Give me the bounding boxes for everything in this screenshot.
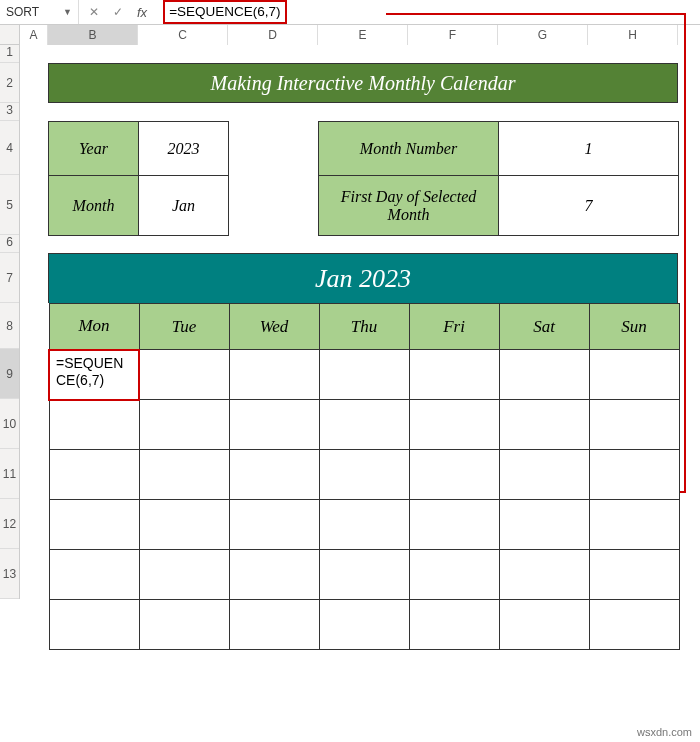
cell[interactable]	[139, 600, 229, 650]
calendar-day-headers: Mon Tue Wed Thu Fri Sat Sun	[49, 304, 679, 350]
table-row: =SEQUENCE(6,7)	[49, 350, 679, 400]
firstday-label: First Day of Selected Month	[319, 176, 499, 236]
month-value[interactable]: Jan	[139, 176, 229, 236]
col-header-B[interactable]: B	[48, 25, 138, 45]
cell[interactable]	[49, 450, 139, 500]
cell[interactable]	[409, 500, 499, 550]
day-fri: Fri	[409, 304, 499, 350]
day-wed: Wed	[229, 304, 319, 350]
cell[interactable]	[409, 400, 499, 450]
cell[interactable]	[49, 500, 139, 550]
spreadsheet-grid: A B C D E F G H 1 2 3 4 5 6 7 8 9 10 11 …	[0, 25, 700, 742]
cell[interactable]	[139, 400, 229, 450]
cell[interactable]	[499, 600, 589, 650]
day-thu: Thu	[319, 304, 409, 350]
fx-icon[interactable]: fx	[137, 5, 147, 20]
cell[interactable]	[499, 450, 589, 500]
table-row	[49, 400, 679, 450]
row-header-2[interactable]: 2	[0, 63, 19, 103]
cell[interactable]	[139, 350, 229, 400]
row-header-8[interactable]: 8	[0, 303, 19, 349]
col-header-E[interactable]: E	[318, 25, 408, 45]
page-title: Making Interactive Monthly Calendar	[48, 63, 678, 103]
cell[interactable]	[229, 600, 319, 650]
cell[interactable]	[229, 550, 319, 600]
monthnum-label: Month Number	[319, 122, 499, 176]
info-table-left: Year 2023 Month Jan	[48, 121, 229, 236]
cell[interactable]	[589, 550, 679, 600]
calendar-title: Jan 2023	[48, 253, 678, 303]
month-label: Month	[49, 176, 139, 236]
col-header-D[interactable]: D	[228, 25, 318, 45]
col-header-C[interactable]: C	[138, 25, 228, 45]
cell[interactable]	[139, 500, 229, 550]
cell[interactable]	[319, 600, 409, 650]
column-headers: A B C D E F G H	[0, 25, 700, 45]
cell[interactable]	[499, 350, 589, 400]
cell[interactable]	[589, 350, 679, 400]
chevron-down-icon[interactable]: ▼	[63, 7, 72, 17]
cell[interactable]	[319, 400, 409, 450]
cell[interactable]	[229, 450, 319, 500]
cell[interactable]	[49, 400, 139, 450]
table-row	[49, 550, 679, 600]
cell[interactable]	[589, 600, 679, 650]
col-header-G[interactable]: G	[498, 25, 588, 45]
row-header-12[interactable]: 12	[0, 499, 19, 549]
formula-bar-icons: ✕ ✓ fx	[79, 5, 157, 20]
col-header-H[interactable]: H	[588, 25, 678, 45]
year-value[interactable]: 2023	[139, 122, 229, 176]
cell[interactable]	[229, 350, 319, 400]
col-header-F[interactable]: F	[408, 25, 498, 45]
cancel-icon[interactable]: ✕	[89, 5, 99, 19]
formula-highlight: =SEQUENCE(6,7)	[163, 0, 286, 24]
cell[interactable]	[229, 400, 319, 450]
cell[interactable]	[139, 550, 229, 600]
monthnum-value[interactable]: 1	[499, 122, 679, 176]
name-box-value: SORT	[6, 5, 39, 19]
cell[interactable]	[589, 450, 679, 500]
row-header-1[interactable]: 1	[0, 45, 19, 63]
calendar-table: Mon Tue Wed Thu Fri Sat Sun =SEQUENCE(6,…	[48, 303, 680, 650]
row-header-11[interactable]: 11	[0, 449, 19, 499]
cell[interactable]	[319, 550, 409, 600]
row-header-7[interactable]: 7	[0, 253, 19, 303]
name-box[interactable]: SORT ▼	[0, 0, 78, 24]
formula-input[interactable]: =SEQUENCE(6,7)	[157, 0, 700, 24]
table-row	[49, 450, 679, 500]
cell[interactable]	[319, 450, 409, 500]
cell[interactable]	[319, 350, 409, 400]
row-header-4[interactable]: 4	[0, 121, 19, 175]
watermark: wsxdn.com	[637, 726, 692, 738]
confirm-icon[interactable]: ✓	[113, 5, 123, 19]
cell[interactable]	[229, 500, 319, 550]
row-header-9[interactable]: 9	[0, 349, 19, 399]
day-sun: Sun	[589, 304, 679, 350]
cell[interactable]	[49, 600, 139, 650]
row-headers: 1 2 3 4 5 6 7 8 9 10 11 12 13	[0, 45, 20, 599]
table-row	[49, 500, 679, 550]
col-header-A[interactable]: A	[20, 25, 48, 45]
year-label: Year	[49, 122, 139, 176]
row-header-6[interactable]: 6	[0, 235, 19, 253]
cell[interactable]	[49, 550, 139, 600]
row-header-5[interactable]: 5	[0, 175, 19, 235]
select-all-corner[interactable]	[0, 25, 20, 45]
cell[interactable]	[409, 450, 499, 500]
cell[interactable]	[589, 500, 679, 550]
cell[interactable]	[499, 500, 589, 550]
cell[interactable]	[589, 400, 679, 450]
firstday-value[interactable]: 7	[499, 176, 679, 236]
cell[interactable]	[139, 450, 229, 500]
cell[interactable]	[499, 400, 589, 450]
day-sat: Sat	[499, 304, 589, 350]
cell[interactable]	[409, 350, 499, 400]
row-header-10[interactable]: 10	[0, 399, 19, 449]
cell[interactable]	[499, 550, 589, 600]
cell[interactable]	[319, 500, 409, 550]
active-cell-b9[interactable]: =SEQUENCE(6,7)	[49, 350, 139, 400]
cell[interactable]	[409, 550, 499, 600]
row-header-3[interactable]: 3	[0, 103, 19, 121]
cell[interactable]	[409, 600, 499, 650]
row-header-13[interactable]: 13	[0, 549, 19, 599]
